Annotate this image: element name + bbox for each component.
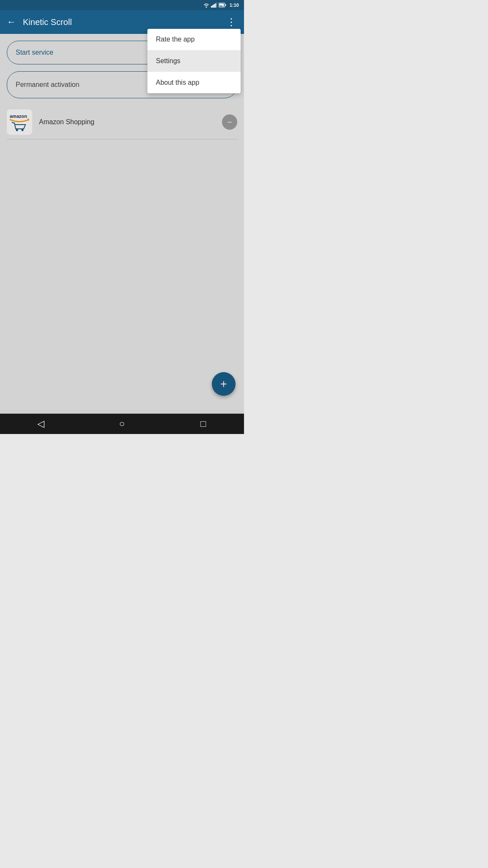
battery-icon: 82 xyxy=(219,3,226,8)
nav-recent-button[interactable]: □ xyxy=(191,415,216,432)
svg-text:82: 82 xyxy=(220,5,223,7)
svg-rect-6 xyxy=(225,4,226,6)
menu-item-rate-the-app[interactable]: Rate the app xyxy=(147,29,241,50)
svg-rect-0 xyxy=(211,6,212,8)
dropdown-menu: Rate the app Settings About this app xyxy=(147,29,241,93)
app-title: Kinetic Scroll xyxy=(23,17,219,27)
wifi-icon xyxy=(203,3,209,8)
svg-rect-1 xyxy=(212,5,214,8)
nav-bar: ◁ ○ □ xyxy=(0,414,244,434)
menu-item-settings[interactable]: Settings xyxy=(147,50,241,72)
nav-home-button[interactable]: ○ xyxy=(109,415,135,432)
signal-icon xyxy=(211,3,217,8)
status-time: 1:10 xyxy=(230,3,239,8)
svg-rect-2 xyxy=(214,4,215,8)
status-icons: 82 1:10 xyxy=(203,3,239,8)
svg-rect-3 xyxy=(215,3,216,8)
menu-item-about-this-app[interactable]: About this app xyxy=(147,72,241,93)
overflow-menu-button[interactable]: ⋮ xyxy=(226,16,237,28)
back-button[interactable]: ← xyxy=(7,17,16,28)
nav-back-button[interactable]: ◁ xyxy=(28,415,53,432)
svg-rect-4 xyxy=(216,3,217,8)
status-bar: 82 1:10 xyxy=(0,0,244,10)
